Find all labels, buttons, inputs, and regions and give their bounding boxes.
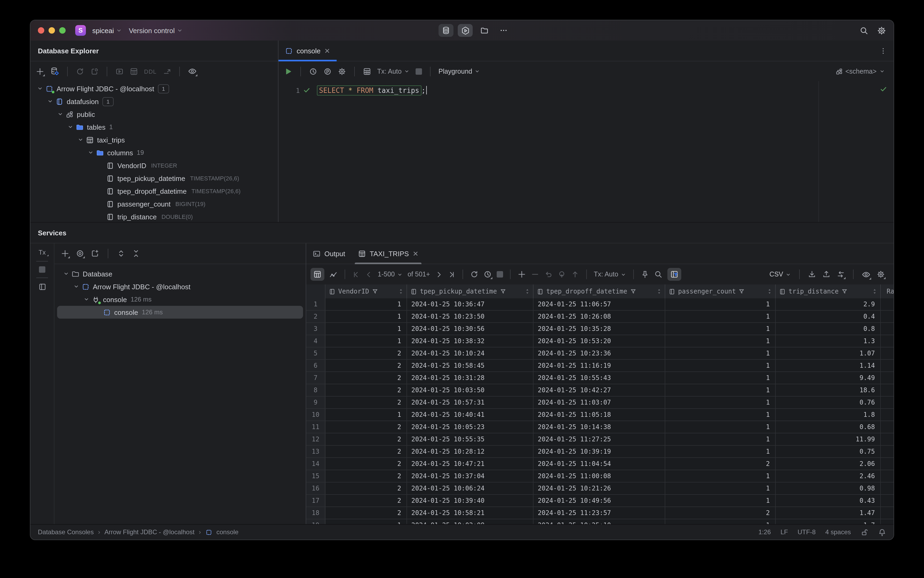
first-page-button[interactable] <box>352 270 360 278</box>
cell-vendorid[interactable]: 1 <box>326 409 407 421</box>
in-editor-results-button[interactable] <box>363 67 371 76</box>
table-row[interactable]: 6 2 2024-01-25 10:58:45 2024-01-25 11:16… <box>306 360 893 372</box>
cell-trip-distance[interactable]: 0.43 <box>776 495 881 507</box>
cell-pickup-datetime[interactable]: 2024-01-25 10:05:23 <box>407 421 533 433</box>
cell-dropoff-datetime[interactable]: 2024-01-25 11:03:07 <box>533 396 665 408</box>
cell-rate[interactable] <box>881 372 893 384</box>
settings-gear-icon[interactable] <box>877 26 886 35</box>
cell-dropoff-datetime[interactable]: 2024-01-25 11:23:57 <box>533 507 665 519</box>
ddl-button[interactable]: DDL <box>144 68 157 75</box>
open-table-button[interactable] <box>130 67 138 76</box>
cell-trip-distance[interactable]: 1.14 <box>776 360 881 372</box>
cell-rate[interactable] <box>881 396 893 408</box>
cell-vendorid[interactable]: 2 <box>326 421 407 433</box>
go-to-ddl-button[interactable] <box>162 67 171 76</box>
cell-passenger-count[interactable]: 1 <box>665 482 776 494</box>
console-settings-button[interactable] <box>338 67 346 76</box>
cell-pickup-datetime[interactable]: 2024-01-25 10:28:12 <box>407 446 533 457</box>
submit-button[interactable] <box>571 270 579 279</box>
unlocked-icon[interactable] <box>861 528 869 536</box>
zoom-window-button[interactable] <box>59 27 66 34</box>
stop-strip-button[interactable] <box>39 266 45 273</box>
export-format-select[interactable]: CSV <box>770 271 791 278</box>
cell-rate[interactable] <box>881 495 893 507</box>
cell-passenger-count[interactable]: 1 <box>665 470 776 482</box>
sort-icon[interactable] <box>872 288 877 295</box>
tree-node-column[interactable]: trip_distance DOUBLE(0) <box>31 210 278 222</box>
view-options-button[interactable] <box>862 270 871 279</box>
filter-icon[interactable] <box>630 288 636 295</box>
column-header-vendorid[interactable]: VendorID <box>326 284 407 298</box>
cell-pickup-datetime[interactable]: 2024-01-25 10:38:32 <box>407 335 533 347</box>
disconnect-button[interactable] <box>90 67 99 76</box>
search-icon[interactable] <box>859 26 869 35</box>
cell-rate[interactable] <box>881 470 893 482</box>
cell-passenger-count[interactable]: 1 <box>665 519 776 524</box>
results-settings-button[interactable] <box>877 270 885 279</box>
tab-console[interactable]: console ✕ <box>279 41 336 61</box>
tree-node-database[interactable]: datafusion 1 <box>31 95 278 108</box>
revert-button[interactable] <box>558 270 566 279</box>
column-header-distance[interactable]: trip_distance <box>776 284 881 298</box>
cell-rate[interactable] <box>881 323 893 334</box>
table-row[interactable]: 8 2 2024-01-25 10:03:50 2024-01-25 10:42… <box>306 384 893 396</box>
cell-passenger-count[interactable]: 1 <box>665 446 776 457</box>
cell-dropoff-datetime[interactable]: 2024-01-25 11:27:25 <box>533 434 665 445</box>
cell-trip-distance[interactable]: 0.4 <box>776 311 881 322</box>
results-tx-select[interactable]: Tx: Auto <box>594 271 626 278</box>
stop-button[interactable] <box>416 68 422 75</box>
cell-pickup-datetime[interactable]: 2024-01-25 10:39:40 <box>407 495 533 507</box>
svc-node-console-selected[interactable]: console 126 ms <box>57 306 303 318</box>
sort-icon[interactable] <box>657 288 661 295</box>
column-header-rate[interactable]: Rate <box>881 284 893 298</box>
cell-rate[interactable] <box>881 360 893 372</box>
cell-pickup-datetime[interactable]: 2024-01-25 10:37:04 <box>407 470 533 482</box>
cell-dropoff-datetime[interactable]: 2024-01-25 10:21:26 <box>533 482 665 494</box>
breadcrumb-datasource[interactable]: Arrow Flight JDBC - @localhost <box>104 528 195 536</box>
find-button[interactable] <box>654 270 663 279</box>
cell-dropoff-datetime[interactable]: 2024-01-25 10:25:10 <box>533 519 665 524</box>
next-page-button[interactable] <box>435 270 443 278</box>
cell-pickup-datetime[interactable]: 2024-01-25 10:58:21 <box>407 507 533 519</box>
cell-rate[interactable] <box>881 446 893 457</box>
table-row[interactable]: 12 2 2024-01-25 10:55:35 2024-01-25 11:2… <box>306 434 893 446</box>
parameters-button[interactable] <box>323 67 332 76</box>
playground-select[interactable]: Playground <box>439 68 480 75</box>
cell-passenger-count[interactable]: 1 <box>665 360 776 372</box>
table-row[interactable]: 16 2 2024-01-25 10:06:24 2024-01-25 10:2… <box>306 482 893 495</box>
cell-dropoff-datetime[interactable]: 2024-01-25 10:14:38 <box>533 421 665 433</box>
cell-dropoff-datetime[interactable]: 2024-01-25 11:04:54 <box>533 458 665 470</box>
pin-tab-button[interactable] <box>641 270 649 279</box>
cell-trip-distance[interactable]: 0.68 <box>776 421 881 433</box>
table-row[interactable]: 2 1 2024-01-25 10:23:50 2024-01-25 10:26… <box>306 311 893 323</box>
cell-passenger-count[interactable]: 1 <box>665 335 776 347</box>
cell-passenger-count[interactable]: 1 <box>665 384 776 396</box>
tx-mode-select[interactable]: Tx: Auto <box>377 68 410 75</box>
cell-passenger-count[interactable]: 1 <box>665 323 776 334</box>
cell-trip-distance[interactable]: 1.07 <box>776 347 881 359</box>
cell-rate[interactable] <box>881 434 893 445</box>
cell-rate[interactable] <box>881 347 893 359</box>
sql-statement[interactable]: SELECT * FROM taxi_trips <box>317 85 421 95</box>
collapse-all-button[interactable] <box>132 249 140 258</box>
services-tool-button[interactable] <box>458 24 473 37</box>
data-source-properties-button[interactable] <box>50 67 59 76</box>
run-button[interactable] <box>284 67 292 76</box>
export-download-button[interactable] <box>808 270 816 279</box>
cell-dropoff-datetime[interactable]: 2024-01-25 11:16:19 <box>533 360 665 372</box>
sort-icon[interactable] <box>399 288 403 295</box>
cell-dropoff-datetime[interactable]: 2024-01-25 10:42:27 <box>533 384 665 396</box>
cell-passenger-count[interactable]: 1 <box>665 311 776 322</box>
grid-view-button[interactable] <box>311 268 324 281</box>
cell-pickup-datetime[interactable]: 2024-01-25 10:58:45 <box>407 360 533 372</box>
filter-icon[interactable] <box>841 288 848 295</box>
column-header-pickup[interactable]: tpep_pickup_datetime <box>407 284 533 298</box>
cell-trip-distance[interactable]: 9.49 <box>776 372 881 384</box>
table-row[interactable]: 13 2 2024-01-25 10:28:12 2024-01-25 10:3… <box>306 446 893 458</box>
editor-body[interactable]: 1 SELECT * FROM taxi_trips; <box>279 81 893 222</box>
cell-dropoff-datetime[interactable]: 2024-01-25 11:06:57 <box>533 298 665 310</box>
tree-node-column[interactable]: VendorID INTEGER <box>31 159 278 172</box>
cell-dropoff-datetime[interactable]: 2024-01-25 10:49:56 <box>533 495 665 507</box>
tab-output[interactable]: Output <box>306 244 352 264</box>
cell-passenger-count[interactable]: 1 <box>665 347 776 359</box>
